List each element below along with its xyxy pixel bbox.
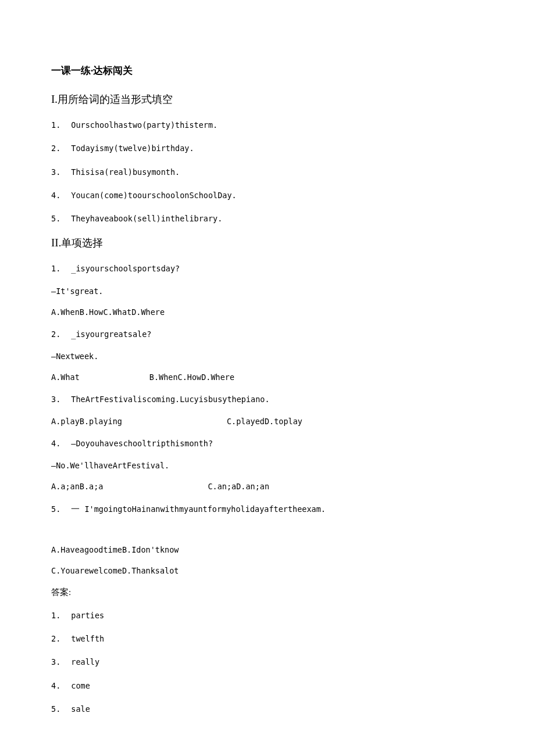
s2-q5-options2: C.YouarewelcomeD.Thanksalot — [51, 566, 484, 575]
page-title: 一课一练·达标闯关 — [51, 64, 484, 77]
section1-header: I.用所给词的适当形式填空 — [51, 92, 484, 106]
s2-q-num: 5. — [51, 503, 60, 515]
s2-q5-dash: 一 — [71, 504, 80, 514]
s1-item: 5.Theyhaveabook(sell)inthelibrary. — [51, 213, 484, 224]
section2-roman: II — [51, 237, 59, 249]
s2-q2-optB: B.WhenC.HowD.Where — [149, 372, 234, 382]
s2-q-num: 4. — [51, 438, 60, 449]
answer-text: really — [71, 657, 99, 667]
s1-item: 2.Todayismy(twelve)birthday. — [51, 142, 484, 154]
s2-q3-optA: A.playB.playing — [51, 417, 122, 426]
section2-heading-text: .单项选择 — [59, 237, 104, 249]
s2-q-text: _isyourschoolsportsday? — [71, 264, 180, 273]
s2-q-text: _isyourgreatsale? — [71, 329, 151, 339]
s2-q-num: 2. — [51, 328, 60, 340]
answer-item: 1.parties — [51, 610, 484, 621]
s2-q3: 3.TheArtFestivaliscoming.Lucyisbusythepi… — [51, 393, 484, 405]
s2-q2-optA: A.What — [51, 372, 80, 382]
s2-q2-options: A.WhatB.WhenC.HowD.Where — [51, 372, 484, 382]
s2-q1-options: A.WhenB.HowC.WhatD.Where — [51, 307, 484, 317]
s1-item: 3.Thisisa(real)busymonth. — [51, 166, 484, 178]
answer-num: 5. — [51, 703, 60, 715]
blank-gap — [51, 528, 484, 545]
s1-item: 4.Youcan(come)toourschoolonSchoolDay. — [51, 189, 484, 201]
answer-num: 4. — [51, 680, 60, 691]
answer-item: 4.come — [51, 680, 484, 691]
s2-q2-dialogue: —Nextweek. — [51, 352, 484, 361]
s2-q3-optB: C.playedD.toplay — [227, 417, 302, 426]
answer-item: 3.really — [51, 656, 484, 668]
answer-text: come — [71, 681, 90, 690]
s1-item-text: Youcan(come)toourschoolonSchoolDay. — [71, 191, 236, 200]
s2-q-text: —Doyouhaveschooltripthismonth? — [71, 439, 213, 448]
s2-q1-dialogue: —It'sgreat. — [51, 286, 484, 296]
s1-item-text: Thisisa(real)busymonth. — [71, 167, 180, 177]
s2-q4: 4.—Doyouhaveschooltripthismonth? — [51, 438, 484, 449]
s2-q1: 1._isyourschoolsportsday? — [51, 263, 484, 274]
answer-text: parties — [71, 611, 104, 620]
s1-item-text: Todayismy(twelve)birthday. — [71, 144, 194, 153]
s1-item-num: 2. — [51, 142, 60, 154]
answer-num: 3. — [51, 656, 60, 668]
document-page: 一课一练·达标闯关 I.用所给词的适当形式填空 1.Ourschoolhastw… — [0, 0, 535, 756]
answer-item: 5.sale — [51, 703, 484, 715]
answer-item: 2.twelfth — [51, 633, 484, 644]
answer-text: sale — [71, 704, 90, 714]
s2-q4-optB: C.an;aD.an;an — [208, 482, 269, 491]
section1-heading-text: .用所给词的适当形式填空 — [55, 94, 173, 105]
s2-q4-dialogue: —No.We'llhaveArtFestival. — [51, 461, 484, 470]
s2-q5: 5.一 I'mgoingtoHainanwithmyauntformyholid… — [51, 503, 484, 516]
answer-text: twelfth — [71, 634, 104, 643]
s2-q4-options: A.a;anB.a;aC.an;aD.an;an — [51, 482, 484, 491]
s1-item-num: 5. — [51, 213, 60, 224]
s2-q4-optA: A.a;anB.a;a — [51, 482, 103, 491]
section2-header: II.单项选择 — [51, 236, 484, 250]
s2-q3-options: A.playB.playingC.playedD.toplay — [51, 417, 484, 426]
s1-item: 1.Ourschoolhastwo(party)thisterm. — [51, 119, 484, 131]
s2-q-num: 3. — [51, 393, 60, 405]
s1-item-num: 1. — [51, 119, 60, 131]
answers-label: 答案: — [51, 587, 484, 598]
s2-q-text: I'mgoingtoHainanwithmyauntformyholidayaf… — [84, 504, 326, 514]
s2-q-num: 1. — [51, 263, 60, 274]
s2-q2: 2._isyourgreatsale? — [51, 328, 484, 340]
s1-item-num: 3. — [51, 166, 60, 178]
s1-item-text: Ourschoolhastwo(party)thisterm. — [71, 120, 217, 130]
answer-num: 2. — [51, 633, 60, 644]
answer-num: 1. — [51, 610, 60, 621]
s2-q-text: TheArtFestivaliscoming.Lucyisbusythepian… — [71, 395, 269, 404]
s1-item-text: Theyhaveabook(sell)inthelibrary. — [71, 214, 222, 223]
s1-item-num: 4. — [51, 189, 60, 201]
s2-q5-options1: A.HaveagoodtimeB.Idon'tknow — [51, 545, 484, 554]
